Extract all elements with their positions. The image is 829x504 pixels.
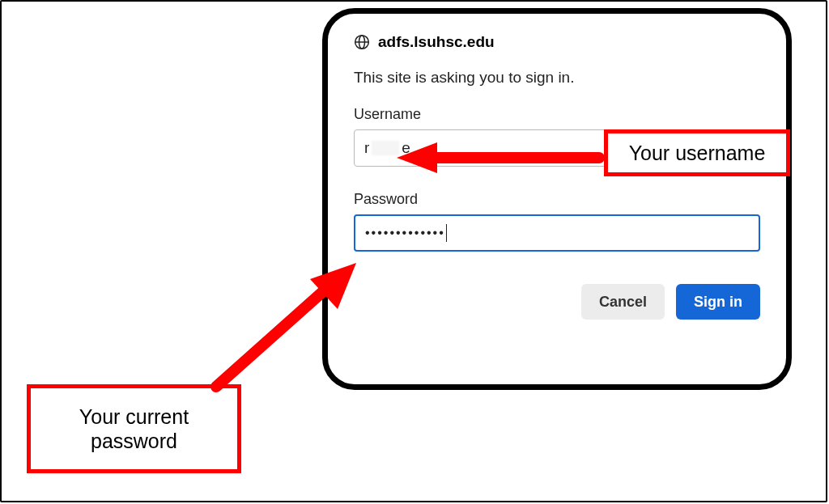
signin-button[interactable]: Sign in xyxy=(676,284,760,320)
username-input[interactable]: r e xyxy=(354,129,629,167)
site-domain: adfs.lsuhsc.edu xyxy=(378,33,495,51)
cancel-button[interactable]: Cancel xyxy=(581,284,665,320)
password-label: Password xyxy=(354,191,760,208)
username-redacted-icon xyxy=(372,141,399,155)
signin-prompt: This site is asking you to sign in. xyxy=(354,69,760,87)
globe-icon xyxy=(354,34,370,50)
password-input[interactable]: ••••••••••••• xyxy=(354,214,760,252)
username-label: Username xyxy=(354,106,760,123)
username-value-part2: e xyxy=(402,139,410,157)
annotation-password-callout: Your current password xyxy=(27,384,241,473)
password-mask-value: ••••••••••••• xyxy=(365,226,445,240)
annotation-username-callout: Your username xyxy=(604,129,790,176)
dialog-buttons: Cancel Sign in xyxy=(354,284,760,320)
auth-dialog: adfs.lsuhsc.edu This site is asking you … xyxy=(322,8,792,390)
text-caret-icon xyxy=(446,224,447,242)
username-value-part1: r xyxy=(364,139,369,157)
dialog-header: adfs.lsuhsc.edu xyxy=(354,33,760,51)
